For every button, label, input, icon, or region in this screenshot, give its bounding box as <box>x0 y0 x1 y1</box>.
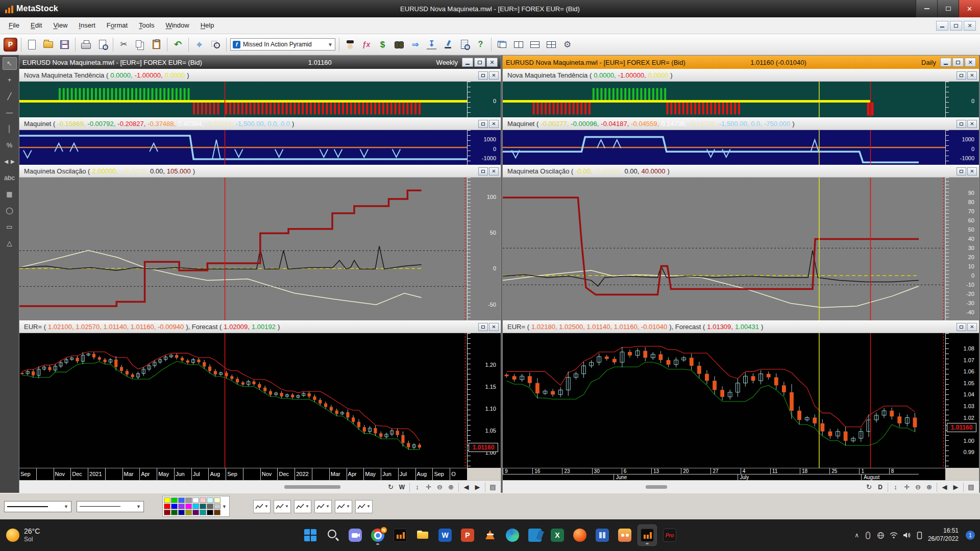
taskbar-orange-ball-icon[interactable] <box>570 524 590 546</box>
refresh-icon[interactable]: ↻ <box>864 482 874 492</box>
data-window-icon[interactable]: ▤ <box>487 482 498 492</box>
scroll-arrows-tool[interactable]: ◄► <box>3 155 17 168</box>
panel-restore-icon[interactable] <box>478 71 488 80</box>
zoom-out-icon[interactable]: ⊖ <box>434 482 445 492</box>
downloader-icon[interactable]: ⇒ <box>407 37 423 53</box>
panel-close-icon[interactable]: ✕ <box>967 71 977 80</box>
phone-icon[interactable] <box>916 532 923 539</box>
panel-close-icon[interactable]: ✕ <box>489 71 499 80</box>
color-swatch[interactable] <box>171 497 178 503</box>
win-close-icon[interactable]: ✕ <box>965 58 976 67</box>
ellipse-tool[interactable]: ◯ <box>3 204 17 217</box>
scroll-right-icon[interactable]: ▶ <box>472 482 483 492</box>
tendencia-scale[interactable]: 0 <box>467 82 501 117</box>
color-swatch[interactable] <box>192 510 199 515</box>
horizontal-line-tool[interactable]: — <box>3 106 17 119</box>
paste-icon[interactable] <box>149 37 164 53</box>
maquinet-scale[interactable]: 10000-1000 <box>945 130 979 165</box>
tendencia-chart[interactable] <box>503 82 945 117</box>
tile-grid-icon[interactable] <box>543 37 559 53</box>
pan-icon[interactable]: ✛ <box>901 482 912 492</box>
print-preview-icon[interactable] <box>94 37 110 53</box>
panel-close-icon[interactable]: ✕ <box>967 120 977 128</box>
color-swatch[interactable] <box>171 510 178 515</box>
taskbar-search-icon[interactable] <box>323 524 342 546</box>
system-tester-icon[interactable] <box>440 37 456 53</box>
taskbar-start-icon[interactable] <box>301 524 320 546</box>
price-scale[interactable]: 1.201.151.101.051.001.01160 <box>467 333 501 468</box>
taskbar-excel-icon[interactable]: X <box>548 524 567 546</box>
template-select[interactable]: fMissed In Action Pyramid▼ <box>230 38 335 51</box>
expert-advisor-icon[interactable] <box>342 37 358 53</box>
tendencia-scale[interactable]: 0 <box>945 82 979 117</box>
panel-restore-icon[interactable] <box>478 120 488 128</box>
line-weight-select[interactable]: ▼ <box>77 501 144 512</box>
line-study-4[interactable]: ▼ <box>314 500 332 513</box>
download-icon[interactable]: ↧ <box>424 37 439 53</box>
metastock-pro-icon[interactable]: P <box>3 37 18 53</box>
color-swatch[interactable] <box>207 497 213 503</box>
win-minimize-icon[interactable] <box>940 58 951 67</box>
trendline-tool[interactable]: ╱ <box>3 90 17 103</box>
win-close-icon[interactable]: ✕ <box>486 58 498 67</box>
taskbar-metastock-icon[interactable] <box>390 524 410 546</box>
app-titlebar[interactable]: MetaStock EURUSD Nova Maquineta.mwl - [E… <box>0 0 980 17</box>
color-swatch[interactable] <box>207 510 213 515</box>
vertical-zoom-icon[interactable]: ↕ <box>412 482 423 492</box>
win-restore-icon[interactable] <box>952 58 964 67</box>
line-study-2[interactable]: ▼ <box>274 500 291 513</box>
line-style-select[interactable]: ▼ <box>4 501 71 512</box>
line-study-5[interactable]: ▼ <box>335 500 352 513</box>
color-swatch[interactable] <box>207 504 213 509</box>
explorer-icon[interactable] <box>391 37 407 53</box>
menu-file[interactable]: File <box>3 17 25 34</box>
cut-icon[interactable]: ✂ <box>116 37 132 53</box>
taskbar-people-app-icon[interactable] <box>615 524 634 546</box>
text-tool[interactable]: abc <box>3 171 17 184</box>
open-icon[interactable] <box>40 37 56 53</box>
chevron-up-icon[interactable]: ∧ <box>854 532 859 539</box>
color-swatch[interactable] <box>214 497 220 503</box>
win-restore-icon[interactable] <box>474 58 485 67</box>
oscilacao-chart[interactable] <box>503 178 945 320</box>
menu-edit[interactable]: Edit <box>25 17 47 34</box>
notification-badge[interactable]: 1 <box>966 531 975 540</box>
globe-icon[interactable] <box>877 532 885 539</box>
panel-restore-icon[interactable] <box>957 167 966 176</box>
color-swatch[interactable] <box>178 504 185 509</box>
menu-tools[interactable]: Tools <box>133 17 160 34</box>
rectangle-tool[interactable]: ▭ <box>3 220 17 233</box>
menu-insert[interactable]: Insert <box>73 17 101 34</box>
panel-close-icon[interactable]: ✕ <box>489 120 499 128</box>
scroll-left-icon[interactable]: ◀ <box>939 482 950 492</box>
mdi-close-icon[interactable]: ✕ <box>964 21 976 31</box>
zoom-in-icon[interactable]: ⊕ <box>446 482 456 492</box>
h-scrollbar[interactable] <box>646 485 667 489</box>
zoom-icon[interactable] <box>208 37 224 53</box>
menu-format[interactable]: Format <box>101 17 133 34</box>
color-swatch[interactable] <box>185 497 192 503</box>
maximize-icon[interactable] <box>937 0 959 17</box>
triangle-tool[interactable]: △ <box>3 237 17 249</box>
color-swatch[interactable] <box>178 497 185 503</box>
color-swatch[interactable] <box>164 504 170 509</box>
line-study-6[interactable]: ▼ <box>355 500 373 513</box>
taskbar-vscode-icon[interactable] <box>525 524 545 546</box>
new-icon[interactable] <box>24 37 40 53</box>
color-swatch[interactable] <box>164 497 170 503</box>
cascade-windows-icon[interactable] <box>494 37 510 53</box>
copy-icon[interactable] <box>132 37 148 53</box>
securities-icon[interactable]: $ <box>375 37 390 53</box>
taskbar-powerpoint-icon[interactable]: P <box>458 524 477 546</box>
color-swatch[interactable] <box>214 504 220 509</box>
tile-horizontal-icon[interactable] <box>527 37 543 53</box>
color-swatch[interactable] <box>185 504 192 509</box>
taskbar-chrome-icon[interactable]: N <box>368 524 387 546</box>
taskbar-metastock2-icon[interactable] <box>638 524 657 546</box>
color-swatch[interactable] <box>185 510 192 515</box>
panel-restore-icon[interactable] <box>957 120 966 128</box>
color-swatch[interactable] <box>200 504 206 509</box>
scroll-right-icon[interactable]: ▶ <box>950 482 961 492</box>
color-swatch[interactable] <box>200 510 206 515</box>
color-swatch[interactable] <box>178 510 185 515</box>
